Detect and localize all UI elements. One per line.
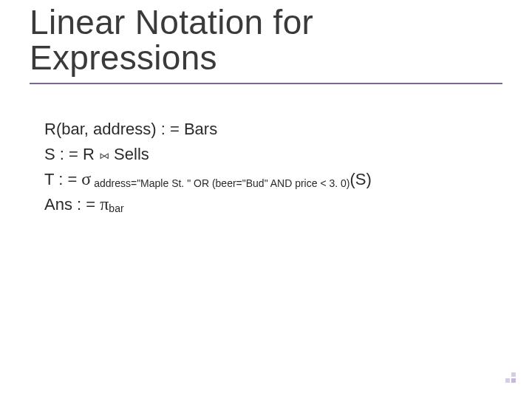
slide-title: Linear Notation for Expressions (30, 4, 502, 76)
expr-line-1: R(bar, address) : = Bars (44, 118, 502, 140)
corner-decoration (501, 368, 516, 383)
expr-3-post: (S) (350, 170, 372, 188)
expr-3-pre: T : = (44, 170, 81, 188)
decor-square (511, 378, 516, 383)
expr-2-post: Sells (109, 145, 149, 163)
pi-icon: π (100, 194, 109, 214)
decor-square (511, 372, 516, 377)
sigma-icon: σ (81, 169, 91, 188)
slide: Linear Notation for Expressions R(bar, a… (0, 0, 532, 399)
join-icon: ⨝ (99, 144, 109, 163)
slide-body: R(bar, address) : = Bars S : = R ⨝ Sells… (44, 117, 502, 218)
expr-line-2: S : = R ⨝ Sells (44, 142, 502, 166)
sigma-condition: address="Maple St. " OR (beer="Bud" AND … (91, 177, 349, 189)
expr-line-3: T : = σ address="Maple St. " OR (beer="B… (44, 167, 502, 191)
expr-line-4: Ans : = πbar (44, 192, 502, 216)
expr-1-text: R(bar, address) : = Bars (44, 120, 217, 138)
title-underline (30, 83, 502, 84)
expr-2-pre: S : = R (44, 145, 99, 163)
decor-square (505, 378, 510, 383)
expr-4-pre: Ans : = (44, 195, 100, 214)
pi-subscript: bar (109, 202, 123, 214)
